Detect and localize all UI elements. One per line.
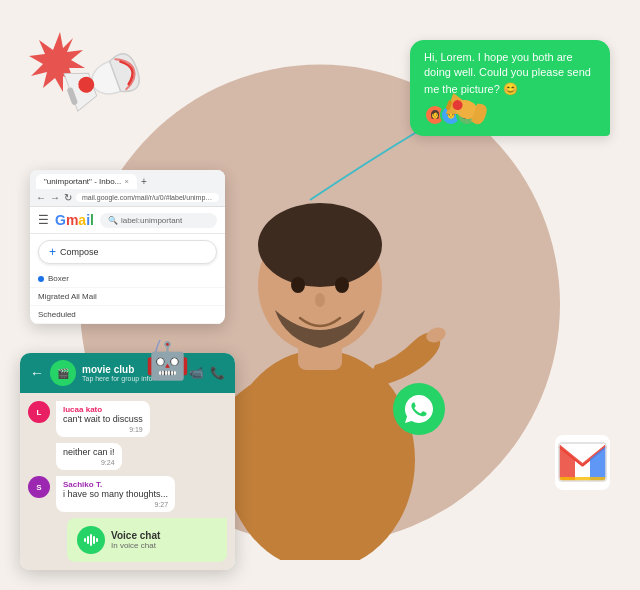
back-arrow-icon[interactable]: ← <box>30 365 44 381</box>
robot-icon: 🤖 <box>145 340 185 380</box>
gmail-tab-bar: "unimportant" - Inbo... × + <box>30 170 225 189</box>
svg-point-13 <box>291 277 305 293</box>
gmail-compose-button[interactable]: + Compose <box>38 240 217 264</box>
video-call-icon[interactable]: 📹 <box>189 366 204 380</box>
inbox-item-scheduled[interactable]: Scheduled <box>30 306 225 324</box>
svg-rect-7 <box>93 536 95 544</box>
back-icon[interactable]: ← <box>36 192 46 203</box>
gmail-inbox-list: Boxer Migrated All Mail Scheduled <box>30 270 225 324</box>
gmail-new-tab-icon[interactable]: + <box>141 176 147 187</box>
message-bubble-1: lucaa kato can't wait to discuss 9:19 <box>56 401 150 437</box>
message-bubble-2: neither can i! 9:24 <box>56 443 122 470</box>
gmail-tab[interactable]: "unimportant" - Inbo... × <box>36 174 137 189</box>
message-bubble-3: Sachiko T. i have so many thoughts... 9:… <box>56 476 175 512</box>
hamburger-icon[interactable]: ☰ <box>38 213 49 227</box>
svg-rect-6 <box>90 534 92 546</box>
forward-icon[interactable]: → <box>50 192 60 203</box>
gmail-card: "unimportant" - Inbo... × + ← → ↻ mail.g… <box>30 170 225 324</box>
voice-wave-icon <box>77 526 105 554</box>
gmail-logo: Gmail <box>55 212 94 228</box>
gmail-tab-label: "unimportant" - Inbo... <box>44 177 121 186</box>
sender-avatar-sachiko: S <box>28 476 50 498</box>
sender-name-3: Sachiko T. <box>63 480 168 489</box>
whatsapp-header: ← 🎬 movie club Tap here for group info 📹… <box>20 353 235 393</box>
call-icon[interactable]: 📞 <box>210 366 225 380</box>
svg-rect-4 <box>84 538 86 542</box>
message-time-2: 9:24 <box>63 459 115 466</box>
inbox-item-label: Migrated All Mail <box>38 292 97 301</box>
compose-plus-icon: + <box>49 245 56 259</box>
unread-dot <box>38 276 44 282</box>
voice-chat-sublabel: In voice chat <box>111 541 160 550</box>
gmail-search-bar[interactable]: 🔍 label:unimportant <box>100 213 217 228</box>
group-avatar: 🎬 <box>50 360 76 386</box>
chat-bubble-emoji: 😊 <box>503 82 518 96</box>
message-time-1: 9:19 <box>63 426 143 433</box>
message-text-2: neither can i! <box>63 447 115 457</box>
inbox-item-migrated[interactable]: Migrated All Mail <box>30 288 225 306</box>
inbox-item-label: Boxer <box>48 274 69 283</box>
message-time-3: 9:27 <box>63 501 168 508</box>
gmail-tab-close[interactable]: × <box>124 177 129 186</box>
svg-point-15 <box>315 293 325 307</box>
whatsapp-chat-body: L lucaa kato can't wait to discuss 9:19 … <box>20 393 235 570</box>
gmail-header: ☰ Gmail 🔍 label:unimportant <box>30 207 225 234</box>
gmail-url-bar[interactable]: mail.google.com/mail/r/u/0/#label/unimpo… <box>76 193 219 202</box>
chat-message-2: neither can i! 9:24 <box>28 443 227 470</box>
sender-name-1: lucaa kato <box>63 405 143 414</box>
svg-rect-8 <box>96 538 98 542</box>
message-text-1: can't wait to discuss <box>63 414 143 424</box>
compose-label: Compose <box>60 247 99 257</box>
whatsapp-chat-card: ← 🎬 movie club Tap here for group info 📹… <box>20 353 235 570</box>
gmail-search-text: label:unimportant <box>121 216 182 225</box>
chat-message-1: L lucaa kato can't wait to discuss 9:19 <box>28 401 227 437</box>
inbox-item-boxer[interactable]: Boxer <box>30 270 225 288</box>
inbox-item-label: Scheduled <box>38 310 76 319</box>
whatsapp-logo <box>393 383 445 435</box>
sender-avatar-lucaa: L <box>28 401 50 423</box>
chat-message-3: S Sachiko T. i have so many thoughts... … <box>28 476 227 512</box>
gmail-logo-large <box>555 435 610 490</box>
voice-chat-bubble[interactable]: Voice chat In voice chat <box>67 518 227 562</box>
refresh-icon[interactable]: ↻ <box>64 192 72 203</box>
svg-rect-5 <box>87 536 89 544</box>
search-icon: 🔍 <box>108 216 118 225</box>
message-text-3: i have so many thoughts... <box>63 489 168 499</box>
svg-point-12 <box>258 203 382 287</box>
svg-point-14 <box>335 277 349 293</box>
gmail-nav-bar: ← → ↻ mail.google.com/mail/r/u/0/#label/… <box>30 189 225 207</box>
voice-chat-text-block: Voice chat In voice chat <box>111 530 160 550</box>
voice-chat-label: Voice chat <box>111 530 160 541</box>
